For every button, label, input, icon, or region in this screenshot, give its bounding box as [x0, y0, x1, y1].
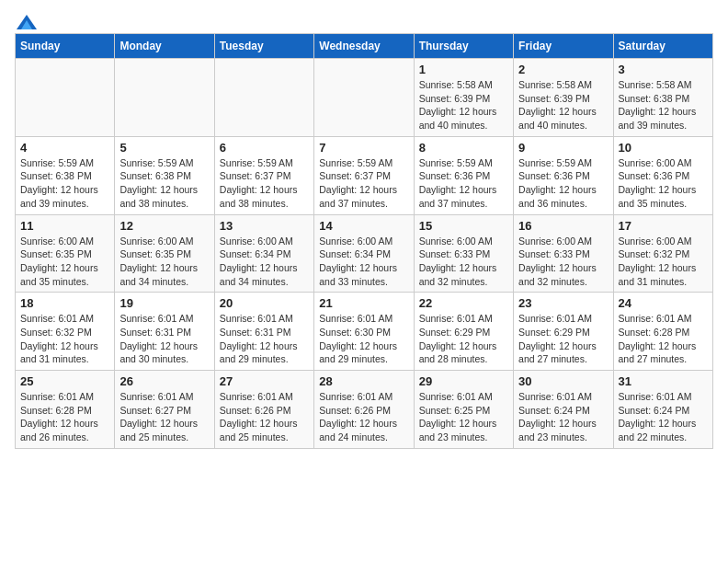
day-info: Sunrise: 6:01 AM Sunset: 6:29 PM Dayligh…	[419, 312, 508, 366]
day-number: 26	[119, 374, 209, 388]
calendar-cell: 20Sunrise: 6:01 AM Sunset: 6:31 PM Dayli…	[214, 293, 313, 371]
calendar-week-row: 1Sunrise: 5:58 AM Sunset: 6:39 PM Daylig…	[16, 59, 713, 137]
day-number: 28	[319, 374, 408, 388]
day-info: Sunrise: 6:00 AM Sunset: 6:33 PM Dayligh…	[518, 235, 608, 289]
day-number: 6	[220, 141, 309, 155]
day-number: 22	[419, 296, 508, 310]
calendar-cell: 3Sunrise: 5:58 AM Sunset: 6:38 PM Daylig…	[613, 59, 712, 137]
calendar-cell: 21Sunrise: 6:01 AM Sunset: 6:30 PM Dayli…	[314, 293, 414, 371]
day-number: 17	[619, 219, 708, 233]
day-number: 11	[20, 219, 109, 233]
day-number: 29	[419, 374, 508, 388]
day-info: Sunrise: 6:01 AM Sunset: 6:31 PM Dayligh…	[220, 312, 309, 366]
day-number: 25	[20, 374, 109, 388]
calendar-cell: 8Sunrise: 5:59 AM Sunset: 6:36 PM Daylig…	[414, 136, 513, 214]
calendar-week-row: 25Sunrise: 6:01 AM Sunset: 6:28 PM Dayli…	[16, 371, 713, 449]
day-info: Sunrise: 6:00 AM Sunset: 6:36 PM Dayligh…	[619, 156, 708, 211]
calendar-cell: 11Sunrise: 6:00 AM Sunset: 6:35 PM Dayli…	[16, 214, 115, 293]
day-number: 12	[119, 219, 209, 233]
day-number: 13	[220, 219, 309, 233]
day-info: Sunrise: 5:59 AM Sunset: 6:36 PM Dayligh…	[518, 156, 608, 211]
calendar-cell: 23Sunrise: 6:01 AM Sunset: 6:29 PM Dayli…	[514, 293, 613, 371]
calendar-cell: 13Sunrise: 6:00 AM Sunset: 6:34 PM Dayli…	[214, 214, 313, 293]
day-number: 1	[419, 63, 508, 76]
day-info: Sunrise: 6:01 AM Sunset: 6:26 PM Dayligh…	[319, 390, 408, 444]
day-number: 8	[419, 141, 508, 155]
calendar-cell: 16Sunrise: 6:00 AM Sunset: 6:33 PM Dayli…	[514, 214, 613, 293]
calendar-cell: 14Sunrise: 6:00 AM Sunset: 6:34 PM Dayli…	[314, 214, 414, 293]
calendar-cell	[314, 59, 414, 137]
calendar-cell: 12Sunrise: 6:00 AM Sunset: 6:35 PM Dayli…	[115, 214, 214, 293]
day-number: 18	[20, 296, 109, 310]
calendar-cell: 17Sunrise: 6:00 AM Sunset: 6:32 PM Dayli…	[613, 214, 712, 293]
calendar-cell: 1Sunrise: 5:58 AM Sunset: 6:39 PM Daylig…	[414, 59, 513, 137]
day-info: Sunrise: 6:00 AM Sunset: 6:35 PM Dayligh…	[20, 235, 109, 289]
day-number: 24	[619, 296, 708, 310]
calendar-cell: 18Sunrise: 6:01 AM Sunset: 6:32 PM Dayli…	[16, 293, 115, 371]
day-info: Sunrise: 6:00 AM Sunset: 6:34 PM Dayligh…	[319, 235, 408, 289]
day-info: Sunrise: 6:01 AM Sunset: 6:29 PM Dayligh…	[518, 312, 608, 366]
day-number: 20	[220, 296, 309, 310]
calendar-cell	[16, 59, 115, 137]
day-info: Sunrise: 5:59 AM Sunset: 6:38 PM Dayligh…	[119, 156, 209, 211]
day-info: Sunrise: 6:01 AM Sunset: 6:28 PM Dayligh…	[20, 390, 109, 444]
calendar-week-row: 11Sunrise: 6:00 AM Sunset: 6:35 PM Dayli…	[16, 214, 713, 293]
calendar-week-row: 4Sunrise: 5:59 AM Sunset: 6:38 PM Daylig…	[16, 136, 713, 214]
day-number: 9	[518, 141, 608, 155]
calendar-table: SundayMondayTuesdayWednesdayThursdayFrid…	[15, 33, 713, 449]
day-number: 5	[119, 141, 209, 155]
day-info: Sunrise: 6:01 AM Sunset: 6:27 PM Dayligh…	[119, 390, 209, 444]
day-info: Sunrise: 5:59 AM Sunset: 6:38 PM Dayligh…	[20, 156, 109, 211]
calendar-header-row: SundayMondayTuesdayWednesdayThursdayFrid…	[16, 34, 713, 59]
calendar-cell: 27Sunrise: 6:01 AM Sunset: 6:26 PM Dayli…	[214, 371, 313, 449]
day-info: Sunrise: 5:59 AM Sunset: 6:36 PM Dayligh…	[419, 156, 508, 211]
day-number: 4	[20, 141, 109, 155]
day-info: Sunrise: 5:59 AM Sunset: 6:37 PM Dayligh…	[220, 156, 309, 211]
calendar-cell: 4Sunrise: 5:59 AM Sunset: 6:38 PM Daylig…	[16, 136, 115, 214]
calendar-cell: 7Sunrise: 5:59 AM Sunset: 6:37 PM Daylig…	[314, 136, 414, 214]
day-info: Sunrise: 6:01 AM Sunset: 6:32 PM Dayligh…	[20, 312, 109, 366]
calendar-cell: 29Sunrise: 6:01 AM Sunset: 6:25 PM Dayli…	[414, 371, 513, 449]
calendar-cell: 9Sunrise: 5:59 AM Sunset: 6:36 PM Daylig…	[514, 136, 613, 214]
calendar-cell: 22Sunrise: 6:01 AM Sunset: 6:29 PM Dayli…	[414, 293, 513, 371]
day-number: 21	[319, 296, 408, 310]
weekday-header: Friday	[514, 34, 613, 59]
day-info: Sunrise: 6:00 AM Sunset: 6:34 PM Dayligh…	[220, 235, 309, 289]
day-info: Sunrise: 5:58 AM Sunset: 6:39 PM Dayligh…	[419, 78, 508, 132]
day-number: 7	[319, 141, 408, 155]
day-number: 14	[319, 219, 408, 233]
calendar-cell: 19Sunrise: 6:01 AM Sunset: 6:31 PM Dayli…	[115, 293, 214, 371]
calendar-cell: 24Sunrise: 6:01 AM Sunset: 6:28 PM Dayli…	[613, 293, 712, 371]
calendar-cell: 5Sunrise: 5:59 AM Sunset: 6:38 PM Daylig…	[115, 136, 214, 214]
day-info: Sunrise: 6:01 AM Sunset: 6:31 PM Dayligh…	[119, 312, 209, 366]
calendar-cell: 25Sunrise: 6:01 AM Sunset: 6:28 PM Dayli…	[16, 371, 115, 449]
weekday-header: Tuesday	[214, 34, 313, 59]
calendar-cell: 15Sunrise: 6:00 AM Sunset: 6:33 PM Dayli…	[414, 214, 513, 293]
day-info: Sunrise: 6:01 AM Sunset: 6:24 PM Dayligh…	[619, 390, 708, 444]
day-info: Sunrise: 5:58 AM Sunset: 6:38 PM Dayligh…	[619, 78, 708, 132]
calendar-cell	[115, 59, 214, 137]
calendar-cell: 31Sunrise: 6:01 AM Sunset: 6:24 PM Dayli…	[613, 371, 712, 449]
day-info: Sunrise: 6:00 AM Sunset: 6:35 PM Dayligh…	[119, 235, 209, 289]
day-info: Sunrise: 5:59 AM Sunset: 6:37 PM Dayligh…	[319, 156, 408, 211]
day-number: 16	[518, 219, 608, 233]
day-info: Sunrise: 6:00 AM Sunset: 6:33 PM Dayligh…	[419, 235, 508, 289]
weekday-header: Sunday	[16, 34, 115, 59]
day-info: Sunrise: 5:58 AM Sunset: 6:39 PM Dayligh…	[518, 78, 608, 132]
day-info: Sunrise: 6:00 AM Sunset: 6:32 PM Dayligh…	[619, 235, 708, 289]
day-info: Sunrise: 6:01 AM Sunset: 6:30 PM Dayligh…	[319, 312, 408, 366]
logo	[15, 15, 37, 26]
calendar-cell: 10Sunrise: 6:00 AM Sunset: 6:36 PM Dayli…	[613, 136, 712, 214]
day-info: Sunrise: 6:01 AM Sunset: 6:28 PM Dayligh…	[619, 312, 708, 366]
calendar-cell: 28Sunrise: 6:01 AM Sunset: 6:26 PM Dayli…	[314, 371, 414, 449]
day-number: 30	[518, 374, 608, 388]
calendar-cell	[214, 59, 313, 137]
weekday-header: Monday	[115, 34, 214, 59]
weekday-header: Saturday	[613, 34, 712, 59]
day-number: 2	[518, 63, 608, 76]
day-number: 27	[220, 374, 309, 388]
calendar-cell: 2Sunrise: 5:58 AM Sunset: 6:39 PM Daylig…	[514, 59, 613, 137]
calendar-cell: 6Sunrise: 5:59 AM Sunset: 6:37 PM Daylig…	[214, 136, 313, 214]
page-header	[15, 15, 713, 26]
day-number: 31	[619, 374, 708, 388]
